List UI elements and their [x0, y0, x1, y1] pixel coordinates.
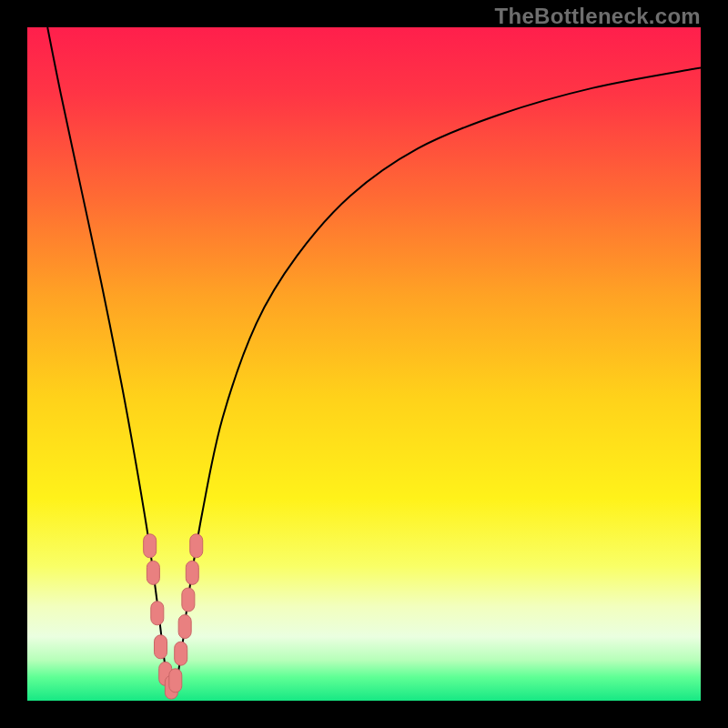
- data-marker: [144, 534, 157, 558]
- data-marker: [182, 588, 195, 612]
- data-marker: [147, 561, 159, 584]
- data-marker: [190, 534, 203, 558]
- bottleneck-chart: [27, 27, 701, 701]
- data-marker: [178, 615, 191, 639]
- data-marker: [169, 669, 182, 693]
- gradient-background: [27, 27, 701, 701]
- data-marker: [175, 642, 187, 665]
- chart-frame: TheBottleneck.com: [0, 0, 728, 728]
- plot-area: [27, 27, 701, 701]
- data-marker: [151, 602, 164, 625]
- data-marker: [186, 561, 198, 584]
- data-marker: [155, 635, 167, 659]
- watermark-text: TheBottleneck.com: [495, 4, 701, 29]
